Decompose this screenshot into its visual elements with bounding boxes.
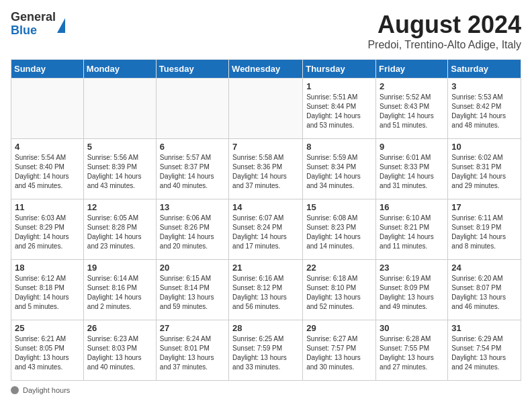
calendar-cell: 21Sunrise: 6:16 AM Sunset: 8:12 PM Dayli… [229,260,303,320]
day-info: Sunrise: 6:27 AM Sunset: 7:57 PM Dayligh… [306,334,372,372]
calendar-table: SundayMondayTuesdayWednesdayThursdayFrid… [11,59,521,381]
calendar-cell: 25Sunrise: 6:21 AM Sunset: 8:05 PM Dayli… [11,320,84,381]
day-number: 19 [87,263,152,273]
day-info: Sunrise: 6:18 AM Sunset: 8:10 PM Dayligh… [306,274,372,312]
calendar-cell: 2Sunrise: 5:52 AM Sunset: 8:43 PM Daylig… [376,79,448,139]
calendar-cell: 6Sunrise: 5:57 AM Sunset: 8:37 PM Daylig… [156,139,228,199]
day-info: Sunrise: 5:53 AM Sunset: 8:42 PM Dayligh… [451,93,517,130]
calendar-cell: 7Sunrise: 5:58 AM Sunset: 8:36 PM Daylig… [229,139,303,199]
day-info: Sunrise: 6:10 AM Sunset: 8:21 PM Dayligh… [380,214,444,251]
day-number: 27 [160,323,225,333]
title-block: August 2024 Predoi, Trentino-Alto Adige,… [367,11,521,51]
day-number: 2 [380,81,444,91]
logo-text: General Blue [11,11,56,38]
logo: General Blue [11,11,65,38]
day-info: Sunrise: 5:52 AM Sunset: 8:43 PM Dayligh… [380,93,444,130]
calendar-cell: 12Sunrise: 6:05 AM Sunset: 8:28 PM Dayli… [83,199,156,260]
calendar-cell: 19Sunrise: 6:14 AM Sunset: 8:16 PM Dayli… [83,260,156,320]
day-info: Sunrise: 6:11 AM Sunset: 8:19 PM Dayligh… [451,214,517,251]
day-number: 23 [380,263,444,273]
day-number: 11 [15,202,80,212]
calendar-cell: 1Sunrise: 5:51 AM Sunset: 8:44 PM Daylig… [303,79,376,139]
calendar-cell [83,79,156,139]
calendar-cell: 18Sunrise: 6:12 AM Sunset: 8:18 PM Dayli… [11,260,84,320]
page-subtitle: Predoi, Trentino-Alto Adige, Italy [367,39,521,51]
day-number: 22 [306,263,372,273]
day-number: 12 [87,202,152,212]
day-number: 16 [380,202,444,212]
calendar-cell: 8Sunrise: 5:59 AM Sunset: 8:34 PM Daylig… [303,139,376,199]
calendar-cell: 24Sunrise: 6:20 AM Sunset: 8:07 PM Dayli… [448,260,521,320]
weekday-header-sunday: Sunday [11,60,84,79]
calendar-cell: 30Sunrise: 6:28 AM Sunset: 7:55 PM Dayli… [376,320,448,381]
weekday-header-monday: Monday [83,60,156,79]
day-info: Sunrise: 6:21 AM Sunset: 8:05 PM Dayligh… [15,334,80,372]
day-number: 25 [15,323,80,333]
calendar-cell: 29Sunrise: 6:27 AM Sunset: 7:57 PM Dayli… [303,320,376,381]
calendar-cell: 4Sunrise: 5:54 AM Sunset: 8:40 PM Daylig… [11,139,84,199]
day-number: 14 [232,202,299,212]
day-info: Sunrise: 6:15 AM Sunset: 8:14 PM Dayligh… [160,274,225,312]
calendar-cell [229,79,303,139]
calendar-cell: 23Sunrise: 6:19 AM Sunset: 8:09 PM Dayli… [376,260,448,320]
day-number: 1 [306,81,372,91]
day-number: 9 [380,142,444,152]
day-number: 20 [160,263,225,273]
calendar-footer: Daylight hours [11,386,521,394]
day-info: Sunrise: 6:19 AM Sunset: 8:09 PM Dayligh… [380,274,444,312]
day-info: Sunrise: 6:14 AM Sunset: 8:16 PM Dayligh… [87,274,152,312]
calendar-week-4: 18Sunrise: 6:12 AM Sunset: 8:18 PM Dayli… [11,260,521,320]
day-number: 10 [451,142,517,152]
day-info: Sunrise: 6:24 AM Sunset: 8:01 PM Dayligh… [160,334,225,372]
logo-triangle-icon [57,18,65,33]
calendar-week-1: 1Sunrise: 5:51 AM Sunset: 8:44 PM Daylig… [11,79,521,139]
day-number: 21 [232,263,299,273]
day-info: Sunrise: 6:23 AM Sunset: 8:03 PM Dayligh… [87,334,152,372]
day-number: 5 [87,142,152,152]
day-info: Sunrise: 6:02 AM Sunset: 8:31 PM Dayligh… [451,153,517,191]
day-number: 6 [160,142,225,152]
calendar-header-row: SundayMondayTuesdayWednesdayThursdayFrid… [11,60,521,79]
day-info: Sunrise: 6:05 AM Sunset: 8:28 PM Dayligh… [87,214,152,251]
day-info: Sunrise: 5:56 AM Sunset: 8:39 PM Dayligh… [87,153,152,191]
day-number: 29 [306,323,372,333]
calendar-week-5: 25Sunrise: 6:21 AM Sunset: 8:05 PM Dayli… [11,320,521,381]
day-number: 4 [15,142,80,152]
day-info: Sunrise: 6:16 AM Sunset: 8:12 PM Dayligh… [232,274,299,312]
calendar-cell: 14Sunrise: 6:07 AM Sunset: 8:24 PM Dayli… [229,199,303,260]
weekday-header-saturday: Saturday [448,60,521,79]
day-number: 26 [87,323,152,333]
day-number: 31 [451,323,517,333]
calendar-cell: 5Sunrise: 5:56 AM Sunset: 8:39 PM Daylig… [83,139,156,199]
day-info: Sunrise: 6:06 AM Sunset: 8:26 PM Dayligh… [160,214,225,251]
calendar-cell [11,79,84,139]
calendar-cell: 31Sunrise: 6:29 AM Sunset: 7:54 PM Dayli… [448,320,521,381]
page-title: August 2024 [367,11,521,39]
day-info: Sunrise: 5:54 AM Sunset: 8:40 PM Dayligh… [15,153,80,191]
logo-general: General [11,11,56,24]
footer-note: Daylight hours [11,386,521,394]
day-number: 17 [451,202,517,212]
day-number: 28 [232,323,299,333]
calendar-cell: 20Sunrise: 6:15 AM Sunset: 8:14 PM Dayli… [156,260,228,320]
day-info: Sunrise: 6:12 AM Sunset: 8:18 PM Dayligh… [15,274,80,312]
calendar-cell: 17Sunrise: 6:11 AM Sunset: 8:19 PM Dayli… [448,199,521,260]
calendar-cell: 3Sunrise: 5:53 AM Sunset: 8:42 PM Daylig… [448,79,521,139]
day-info: Sunrise: 6:03 AM Sunset: 8:29 PM Dayligh… [15,214,80,251]
day-info: Sunrise: 6:28 AM Sunset: 7:55 PM Dayligh… [380,334,444,372]
day-info: Sunrise: 6:08 AM Sunset: 8:23 PM Dayligh… [306,214,372,251]
calendar-cell: 26Sunrise: 6:23 AM Sunset: 8:03 PM Dayli… [83,320,156,381]
day-number: 30 [380,323,444,333]
calendar-week-3: 11Sunrise: 6:03 AM Sunset: 8:29 PM Dayli… [11,199,521,260]
daylight-icon [11,386,19,394]
weekday-header-tuesday: Tuesday [156,60,228,79]
calendar-cell [156,79,228,139]
day-info: Sunrise: 6:25 AM Sunset: 7:59 PM Dayligh… [232,334,299,372]
day-info: Sunrise: 5:57 AM Sunset: 8:37 PM Dayligh… [160,153,225,191]
day-info: Sunrise: 6:29 AM Sunset: 7:54 PM Dayligh… [451,334,517,372]
weekday-header-thursday: Thursday [303,60,376,79]
day-info: Sunrise: 6:01 AM Sunset: 8:33 PM Dayligh… [380,153,444,191]
calendar-cell: 10Sunrise: 6:02 AM Sunset: 8:31 PM Dayli… [448,139,521,199]
calendar-cell: 16Sunrise: 6:10 AM Sunset: 8:21 PM Dayli… [376,199,448,260]
weekday-header-friday: Friday [376,60,448,79]
